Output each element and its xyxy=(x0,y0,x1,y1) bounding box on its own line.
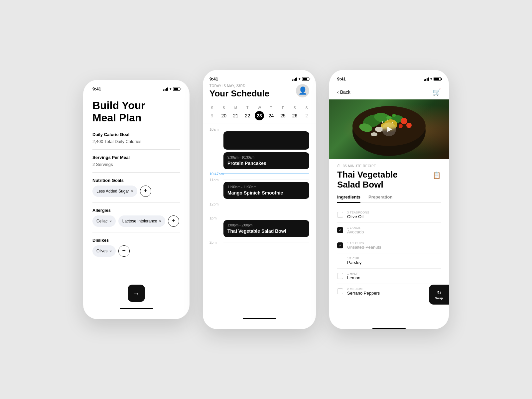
ingredient-name-parsley: Parsley xyxy=(347,260,441,265)
allergy-tag-lactose-remove[interactable]: × xyxy=(159,219,161,223)
event-mango-smoothie[interactable]: 11:00am - 11:30am Mango Spinich Smoothie xyxy=(223,182,309,199)
svg-point-16 xyxy=(387,120,388,121)
phone-recipe: 9:41 ▾ ‹ Back 🛒 xyxy=(329,70,449,329)
day-col-thu[interactable]: T 24 xyxy=(267,106,276,120)
add-nutrition-goal-button[interactable]: + xyxy=(140,186,151,197)
ingredient-name-peppers: Serrano Peppers xyxy=(347,291,441,296)
play-icon xyxy=(387,127,392,132)
checkbox-avocado[interactable]: ✓ xyxy=(337,227,343,233)
allergy-tag-lactose: Lactose Intolerance × xyxy=(118,215,165,227)
next-button[interactable]: → xyxy=(128,285,145,302)
clipboard-icon[interactable]: 📋 xyxy=(433,171,441,179)
swap-button[interactable]: ↻ Swap xyxy=(429,285,449,305)
svg-point-13 xyxy=(386,116,392,119)
calorie-goal-section: Daily Calorie Goal 2,400 Total Daily Cal… xyxy=(92,132,180,150)
allergy-tag-celiac-text: Celiac xyxy=(96,219,107,223)
time-slot-10am: 10am xyxy=(209,127,309,131)
tab-preparation[interactable]: Preperation xyxy=(368,195,392,203)
allergy-tag-lactose-text: Lactose Intolerance xyxy=(122,219,157,223)
cart-icon[interactable]: 🛒 xyxy=(433,88,441,96)
time-label-2pm: 2pm xyxy=(209,240,222,244)
ingredient-info-olive-oil: 3 TEASPOONS Olive Oil xyxy=(347,211,441,219)
day-col-wed[interactable]: W 23 xyxy=(255,106,264,120)
time-label-11am: 11am xyxy=(209,177,222,182)
time-slot-12pm: 12pm xyxy=(209,201,309,206)
nutrition-label: Nutrition Goals xyxy=(92,178,180,183)
calorie-goal-value: 2,400 Total Daily Calories xyxy=(92,139,180,144)
svg-point-9 xyxy=(406,123,412,128)
day-col-sun-next: S 2 xyxy=(302,106,311,120)
schedule-header: TODAY IS MAY, 23RD Your Schedule xyxy=(209,84,269,99)
svg-point-8 xyxy=(401,118,407,124)
signal-icon-3 xyxy=(424,77,429,81)
add-allergy-button[interactable]: + xyxy=(168,215,179,227)
recipe-duration: 35 MINUTE RECIPE xyxy=(343,164,376,168)
recipe-nav: ‹ Back 🛒 xyxy=(329,87,449,99)
svg-point-15 xyxy=(382,121,383,123)
next-arrow-icon: → xyxy=(133,290,140,297)
event-thai-salad-title: Thai Vegetable Salad Bowl xyxy=(227,228,305,234)
day-col-sat[interactable]: S 26 xyxy=(290,106,300,120)
current-time-label: 10:47am xyxy=(209,172,222,176)
home-indicator-2 xyxy=(243,318,276,319)
day-col-sun[interactable]: S 20 xyxy=(219,106,228,120)
phone-build-meal-plan: 9:41 ▾ Build YourMeal Plan Daily Calorie… xyxy=(83,80,190,319)
status-bar-3: 9:41 ▾ xyxy=(329,70,449,84)
day-col-fri[interactable]: F 25 xyxy=(278,106,288,120)
checkbox-lemon[interactable] xyxy=(337,273,343,279)
play-button[interactable] xyxy=(382,122,396,136)
ingredient-row-olive-oil: 3 TEASPOONS Olive Oil xyxy=(337,207,441,223)
week-strip: S 9 S 20 M 21 T 22 W 23 T 24 xyxy=(203,106,316,123)
tab-ingredients[interactable]: Ingredients xyxy=(337,195,360,203)
recipe-tabs: Ingredients Preperation xyxy=(337,195,441,203)
nutrition-tag-remove[interactable]: × xyxy=(131,189,133,193)
back-button[interactable]: ‹ Back xyxy=(337,89,350,95)
ingredient-row-avocado: ✓ 1 LARGE Avocado xyxy=(337,223,441,238)
ingredient-qty-lemon: 1 HALF xyxy=(347,272,441,275)
current-time-line xyxy=(223,174,309,174)
dislikes-section: Dislikes Olives × + xyxy=(92,238,180,262)
checkbox-peanuts[interactable]: ✓ xyxy=(337,242,343,248)
dislikes-label: Dislikes xyxy=(92,238,180,243)
checkbox-olive-oil[interactable] xyxy=(337,212,343,218)
allergies-tags-row: Celiac × Lactose Intolerance × + xyxy=(92,215,180,227)
home-indicator-1 xyxy=(120,308,153,309)
dislikes-tags-row: Olives × + xyxy=(92,245,180,257)
battery-fill-1 xyxy=(174,88,178,90)
status-icons-2: ▾ xyxy=(292,77,309,81)
allergy-tag-celiac-remove[interactable]: × xyxy=(109,219,111,223)
add-dislike-button[interactable]: + xyxy=(118,245,130,257)
event-protein-pancakes[interactable]: 9:30am - 10:30am Protein Pancakes xyxy=(223,152,309,169)
ingredient-info-peanuts: 1 1/2 CUPS Unsalted Peanuts xyxy=(347,241,441,250)
checkbox-peppers[interactable] xyxy=(337,288,343,294)
svg-point-10 xyxy=(399,124,403,128)
schedule-title: Your Schedule xyxy=(209,88,269,99)
check-mark-avocado: ✓ xyxy=(339,228,342,232)
back-label: Back xyxy=(340,89,350,95)
battery-icon-1 xyxy=(173,87,180,91)
event-thai-salad[interactable]: 1:00pm - 2:00pm Thai Vegetable Salad Bow… xyxy=(223,220,309,237)
status-time-3: 9:41 xyxy=(337,76,346,81)
status-time-1: 9:41 xyxy=(92,86,101,91)
dislike-tag-olives-remove[interactable]: × xyxy=(109,249,111,253)
day-col-tue[interactable]: T 22 xyxy=(243,106,252,120)
wifi-icon-2: ▾ xyxy=(299,77,301,81)
time-line-11am xyxy=(223,180,309,180)
swap-icon: ↻ xyxy=(437,290,441,296)
allergies-label: Allergies xyxy=(92,208,180,213)
time-slot-11am: 11am xyxy=(209,177,309,182)
back-chevron-icon: ‹ xyxy=(337,89,339,95)
current-time-row: 10:47am xyxy=(209,172,309,176)
page-title-1: Build YourMeal Plan xyxy=(92,99,180,124)
time-label-12pm: 12pm xyxy=(209,201,222,206)
calorie-goal-label: Daily Calorie Goal xyxy=(92,132,180,137)
avatar[interactable]: 👤 xyxy=(296,84,309,97)
signal-icon-1 xyxy=(163,87,168,91)
day-col-mon[interactable]: M 21 xyxy=(231,106,240,120)
time-line-10am xyxy=(223,129,309,129)
ingredient-info-lemon: 1 HALF Lemon xyxy=(347,272,441,280)
event-mango-smoothie-title: Mango Spinich Smoothie xyxy=(227,190,305,196)
servings-label: Servings Per Meal xyxy=(92,155,180,160)
nutrition-tag-less-sugar: Less Added Sugar × xyxy=(92,186,137,197)
nutrition-section: Nutrition Goals Less Added Sugar × + xyxy=(92,178,180,202)
